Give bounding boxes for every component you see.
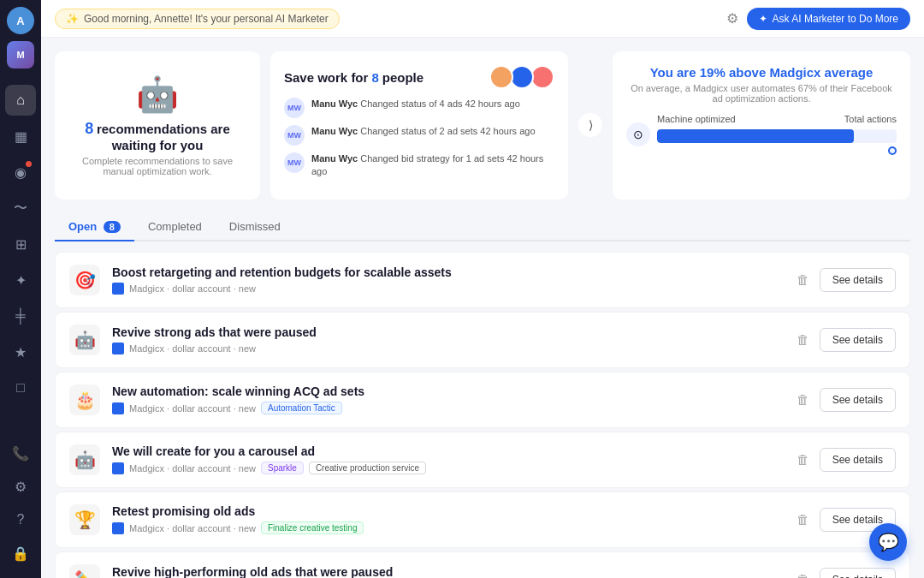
activity-text-1: Manu Wyc Changed status of 4 ads 42 hour…: [311, 98, 520, 110]
rec-see-details-1[interactable]: See details: [820, 268, 896, 292]
topbar-right: ⚙ ✦ Ask AI Marketer to Do More: [726, 8, 910, 30]
tab-completed[interactable]: Completed: [134, 213, 216, 241]
rec-icon-2: 🤖: [69, 325, 100, 355]
rec-title-3: New automation: scale winning ACQ ad set…: [112, 384, 781, 398]
rec-meta-2: Madgicx · dollar account · new: [112, 343, 781, 355]
sidebar-item-alerts[interactable]: ◉: [5, 157, 36, 188]
recommendation-list: 🎯 Boost retargeting and retention budget…: [55, 252, 910, 578]
rec-logo-2: [112, 343, 124, 355]
rec-see-details-6[interactable]: See details: [820, 568, 896, 578]
rec-icon-6: ✏️: [69, 564, 100, 578]
gear-button[interactable]: ⚙: [726, 10, 738, 27]
sidebar-item-sparkle[interactable]: ✦: [5, 265, 36, 295]
rec-title-2: Revive strong ads that were paused: [112, 325, 781, 339]
app-logo: M: [7, 41, 34, 69]
greeting-text: Good morning, Annette! It's your persona…: [84, 13, 329, 25]
rec-content-4: We will create for you a carousel ad Mad…: [112, 444, 781, 474]
rec-content-3: New automation: scale winning ACQ ad set…: [112, 384, 781, 414]
stats-bar-inner: [657, 129, 854, 143]
activity-list: MW Manu Wyc Changed status of 4 ads 42 h…: [284, 98, 554, 179]
stats-percentage: 19%: [700, 65, 726, 80]
robot-emoji: 🤖: [136, 74, 179, 115]
rec-logo-1: [112, 283, 124, 295]
rec-actions-2: 🗑 See details: [793, 328, 896, 352]
activity-avatar-2: MW: [284, 125, 305, 146]
recommendations-subtitle: Complete recommendations to save manual …: [68, 156, 246, 176]
rec-delete-5[interactable]: 🗑: [793, 509, 813, 530]
stats-bar-dot-row: [657, 146, 897, 155]
content-area: 🤖 8 recommendations are waiting for you …: [41, 38, 924, 578]
user-avatar[interactable]: A: [7, 7, 34, 34]
sidebar-item-phone[interactable]: 📞: [5, 438, 36, 468]
rec-delete-6[interactable]: 🗑: [793, 569, 813, 578]
rec-logo-3: [112, 402, 124, 414]
rec-item-5: 🏆 Retest promising old ads Madgicx · dol…: [55, 492, 910, 548]
sidebar-item-star[interactable]: ★: [5, 337, 36, 367]
rec-meta-5: Madgicx · dollar account · new Finalize …: [112, 521, 781, 534]
stats-bar-right-label: Total actions: [844, 114, 897, 124]
rec-icon-1: 🎯: [69, 265, 100, 295]
sidebar-item-home[interactable]: ⌂: [5, 85, 36, 116]
stats-title-suffix: above Madgicx average: [726, 65, 874, 80]
stats-bar-labels: Machine optimized Total actions: [657, 114, 897, 124]
rec-content-2: Revive strong ads that were paused Madgi…: [112, 325, 781, 355]
sidebar-item-dashboard[interactable]: ▦: [5, 121, 36, 152]
user-avatar-1: [489, 65, 513, 89]
sidebar-item-chart[interactable]: ╪: [5, 301, 36, 331]
rec-content-5: Retest promising old ads Madgicx · dolla…: [112, 504, 781, 534]
rec-badge-automation: Automation Tactic: [261, 402, 342, 414]
ai-button-icon: ✦: [759, 13, 767, 25]
save-work-card: Save work for 8 people MW Manu Wyc: [270, 51, 568, 200]
tab-dismissed[interactable]: Dismissed: [216, 213, 294, 241]
stats-bar-left-label: Machine optimized: [657, 114, 736, 124]
sidebar-item-wave[interactable]: 〜: [5, 193, 36, 223]
rec-logo-4: [112, 462, 124, 474]
sidebar-item-grid[interactable]: ⊞: [5, 229, 36, 259]
chat-bubble-button[interactable]: 💬: [869, 523, 907, 561]
rec-item-3: 🎂 New automation: scale winning ACQ ad s…: [55, 372, 910, 428]
stats-bars-container: Machine optimized Total actions: [657, 114, 897, 155]
tab-open-count: 8: [104, 221, 121, 233]
activity-item-3: MW Manu Wyc Changed bid strategy for 1 a…: [284, 152, 554, 179]
rec-content-1: Boost retargeting and retention budgets …: [112, 265, 781, 295]
activity-text-3: Manu Wyc Changed bid strategy for 1 ad s…: [311, 152, 554, 179]
rec-account-1: Madgicx · dollar account · new: [129, 283, 256, 294]
activity-item-1: MW Manu Wyc Changed status of 4 ads 42 h…: [284, 98, 554, 118]
rec-account-4: Madgicx · dollar account · new: [129, 463, 256, 474]
rec-item-1: 🎯 Boost retargeting and retention budget…: [55, 252, 910, 308]
ai-marketer-button[interactable]: ✦ Ask AI Marketer to Do More: [747, 8, 910, 30]
rec-see-details-4[interactable]: See details: [820, 448, 896, 472]
spark-emoji: ✨: [66, 13, 79, 25]
topbar: ✨ Good morning, Annette! It's your perso…: [41, 0, 924, 38]
recommendations-count-title: 8 recommendations are waiting for you: [68, 120, 246, 152]
sidebar-item-lock[interactable]: 🔒: [5, 538, 36, 569]
stats-subtitle: On average, a Madgicx user automates 67%…: [626, 83, 897, 104]
rec-title-5: Retest promising old ads: [112, 504, 781, 518]
rec-delete-2[interactable]: 🗑: [793, 329, 813, 350]
rec-actions-3: 🗑 See details: [793, 388, 896, 412]
rec-content-6: Revive high-performing old ads that were…: [112, 565, 781, 578]
rec-delete-3[interactable]: 🗑: [793, 389, 813, 410]
rec-see-details-2[interactable]: See details: [820, 328, 896, 352]
sidebar-item-box[interactable]: □: [5, 372, 36, 403]
scroll-right-button[interactable]: ⟩: [578, 113, 602, 137]
sidebar-item-settings[interactable]: ⚙: [5, 471, 36, 502]
save-work-title-suffix: people: [382, 70, 424, 85]
rec-item-6: ✏️ Revive high-performing old ads that w…: [55, 551, 910, 578]
rec-meta-3: Madgicx · dollar account · new Automatio…: [112, 402, 781, 414]
rec-meta-4: Madgicx · dollar account · new Sparkle C…: [112, 462, 781, 474]
activity-avatar-1: MW: [284, 98, 305, 118]
rec-meta-1: Madgicx · dollar account · new: [112, 283, 781, 295]
stats-icon-row: ⊙ Machine optimized Total actions: [626, 114, 897, 155]
tab-dismissed-label: Dismissed: [229, 220, 281, 233]
tab-open-label: Open: [68, 220, 97, 233]
rec-title-1: Boost retargeting and retention budgets …: [112, 265, 781, 279]
rec-see-details-3[interactable]: See details: [820, 388, 896, 412]
tab-open[interactable]: Open 8: [55, 213, 134, 241]
save-work-title-prefix: Save work for: [284, 70, 368, 85]
rec-logo-5: [112, 522, 124, 534]
rec-delete-1[interactable]: 🗑: [793, 269, 813, 290]
rec-badge-sparkle: Sparkle: [261, 462, 304, 474]
rec-delete-4[interactable]: 🗑: [793, 449, 813, 470]
sidebar-item-help[interactable]: ?: [5, 504, 36, 535]
